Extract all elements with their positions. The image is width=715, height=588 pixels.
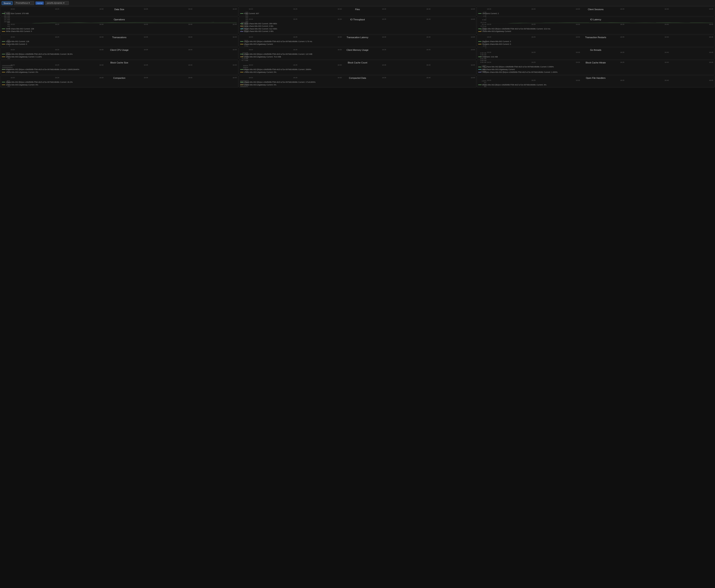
panel-io-throughput: IO Throughput488 KiB/s391 KiB/s293 KiB/s… — [239, 17, 477, 34]
legend-item: chaos-k8s-003 Current: 0 — [2, 43, 237, 46]
legend-item: chaos-k8s-003:s3gateway Current: 0% — [2, 71, 237, 74]
legend-color — [2, 31, 5, 32]
panel-files: Files70060050040030020018:2018:2518:3018… — [239, 7, 477, 16]
y-axis-io-latency: 22.5 ms20 ms17.5 ms15 ms12.5 ms — [478, 22, 487, 23]
chart-area-go-threads: 3.98 KiB3.96 KiB3.93 KiB3.91 KiB3.88 KiB… — [478, 52, 713, 55]
legend-go-threads: : Current: 3.91 KiB — [478, 56, 713, 58]
panel-client-memory: Client Memory Usage143 MiB119 MiB95.4 Mi… — [239, 47, 477, 60]
chart-area-block-cache-size: 1500000000%1000000000%500000000%0%18:201… — [2, 65, 237, 67]
legend-client-cpu: chaos-k8s-002:/jfs/pvc-c06d589b-f7b8-461… — [2, 53, 237, 58]
legend-text: chaos-k8s-003:s3gateway Current: 0% — [244, 84, 276, 86]
x-axis-client-cpu: 18:2018:2518:3018:3518:4018:45 — [10, 49, 237, 52]
legend-item: Write chaos-k8s-003 Current: 0 — [2, 30, 237, 33]
prometheus-dropdown[interactable]: Prometheus ▾ — [14, 1, 34, 5]
legend-io-latency: chaos-k8s-002:/jfs/pvc-c06d589b-f7b8-461… — [478, 27, 713, 33]
x-axis-transactions: 18:2018:2518:3018:3518:4018:45 — [10, 36, 237, 39]
legend-item: chaos-k8s-003:s3gateway Current: 0% — [240, 71, 475, 74]
legend-transaction-restarts: Restarts chaos-k8s-002 Current: 0Restart… — [478, 40, 713, 45]
panel-operations: Operations300200100018:2018:2518:3018:35… — [0, 17, 238, 34]
legend-compacted-data: chaos-k8s-002:/jfs/pvc-c06d589b-f7b8-461… — [240, 81, 475, 86]
legend-text: chaos-k8s-003:s3gateway Current: 0.116% — [6, 56, 42, 58]
chart-svg-io-latency — [487, 22, 713, 23]
legend-text: Read chaos-k8s-002 Current: 412 KiB/s — [244, 27, 277, 30]
chart-area-block-cache-count: 3000%2000%1000%0%18:2018:2518:3018:3518:… — [240, 65, 475, 67]
legend-item: chaos-k8s-003:s3gateway Current: 0% — [240, 84, 475, 86]
legend-item: Restarts chaos-k8s-002 Current: 0 — [478, 40, 713, 43]
name-label: name — [36, 1, 44, 5]
legend-text: chaos-k8s-003:s3gateway Current: 0% — [6, 71, 38, 74]
legend-text: chaos-k8s-002:/jfs/pvc-c06d589b-f7b8-461… — [244, 40, 312, 43]
x-axis-go-threads: 18:2018:2518:3018:3518:4018:45 — [487, 51, 713, 55]
legend-item: chaos-k8s-002:/jfs/pvc-c06d589b-f7b8-461… — [2, 53, 237, 56]
legend-item: chaos-k8s-002:/jfs/pvc-c06d589b-f7b8-461… — [240, 68, 475, 71]
x-axis-files: 18:2018:2518:3018:3518:4018:45 — [249, 8, 475, 12]
legend-item: : Current: 3.91 KiB — [478, 56, 713, 58]
legend-open-file-handlers: chaos-k8s-002:/jfs/pvc-c06d589b-f7b8-461… — [478, 84, 713, 86]
x-axis-io-latency: 18:2018:2518:3018:3518:4018:45 — [487, 23, 713, 27]
top-bar: Source Prometheus ▾ name juicefs-dynamic… — [0, 0, 715, 6]
y-axis-operations: 3002001000 — [2, 22, 10, 23]
x-axis-operations: 18:2018:2518:3018:3518:4018:45 — [10, 23, 237, 27]
legend-item: chaos-k8s-003:s3gateway Current: 76.6 Mi… — [240, 56, 475, 58]
legend-text: chaos-k8s-003:s3gateway Current: 76.6 Mi… — [244, 56, 281, 58]
legend-text: chaos-k8s-003:s3gateway Current: — [482, 30, 511, 33]
x-axis-block-cache-hitrate: 18:2018:2518:3018:3518:4018:45 — [487, 61, 713, 65]
legend-text: Write chaos-k8s-002 Current: 289 KiB/s — [244, 22, 277, 25]
legend-text: Write chaos-k8s-002 Current: 238 — [6, 27, 34, 30]
legend-item: chaos-k8s-002:/jfs/pvc-c06d589b-f7b8-461… — [240, 40, 475, 43]
dashboard: Data Size381 MiB334 MiB286 MiB238 MiB191… — [0, 6, 715, 88]
legend-io-throughput: Write chaos-k8s-002 Current: 289 KiB/sWr… — [240, 22, 475, 33]
panel-transactions: Transacations15010050018:2018:2518:3018:… — [0, 35, 238, 47]
legend-item: chaos-k8s-002:/jfs/pvc-c06d589b-f7b8-461… — [478, 84, 713, 86]
legend-text: chaos-k8s-002:/jfs/pvc-c06d589b-f7b8-461… — [482, 27, 550, 30]
panel-title-block-cache-size: Block Cache Size — [2, 61, 237, 64]
x-axis-block-cache-count: 18:2018:2518:3018:3518:4018:45 — [249, 64, 475, 67]
panel-data-size: Data Size381 MiB334 MiB286 MiB238 MiB191… — [0, 7, 238, 16]
legend-files: Files Current: 607 — [240, 12, 475, 15]
legend-transaction-latency: chaos-k8s-002:/jfs/pvc-c06d589b-f7b8-461… — [240, 40, 475, 45]
legend-item: Read chaos-k8s-002 Current: 412 KiB/s — [240, 27, 475, 30]
chart-area-operations: 300200100018:2018:2518:3018:3518:4018:45 — [2, 22, 237, 27]
legend-compaction: chaos-k8s-002:/jfs/pvc-c06d589b-f7b8-461… — [2, 81, 237, 86]
legend-item: chaos-k8s-003:s3gateway Current: — [478, 30, 713, 33]
legend-item: Hits chaos-k8s-002:/jfs/pvc-c06d589b-f7b… — [478, 65, 713, 68]
legend-item: Write chaos-k8s-002 Current: 238 — [2, 27, 237, 30]
legend-text: Restarts chaos-k8s-002 Current: 0 — [482, 40, 511, 43]
legend-color — [478, 31, 482, 32]
legend-block-cache-hitrate: Hits chaos-k8s-002:/jfs/pvc-c06d589b-f7b… — [478, 65, 713, 74]
legend-text: Write chaos-k8s-003 Current: 0 B/s — [244, 25, 273, 27]
chart-inner-operations — [10, 22, 237, 23]
legend-item: Hits chaos-k8s-003:s3gateway Current: — [478, 68, 713, 71]
panel-title-operations: Operations — [2, 18, 237, 21]
juicefs-dropdown[interactable]: juicefs-dynamic ▾ — [45, 1, 69, 5]
panel-block-cache-size: Block Cache Size1500000000%1000000000%50… — [0, 60, 238, 75]
x-axis-transaction-latency: 18:2018:2518:3018:3518:4018:45 — [249, 36, 475, 39]
legend-item: Sessions Current: 2 — [478, 12, 713, 15]
panel-block-cache-hitrate: Block Cache Hitrate1.00%1%1.000%0.999%18… — [477, 60, 715, 75]
legend-operations: Write chaos-k8s-002 Current: 238Write ch… — [2, 27, 237, 33]
legend-text: Restarts chaos-k8s-003 Current: 0 — [482, 43, 511, 46]
source-button[interactable]: Source — [2, 1, 13, 5]
legend-text: chaos-k8s-002:/jfs/pvc-c06d589b-f7b8-461… — [244, 81, 316, 84]
legend-text: chaos-k8s-002:/jfs/pvc-c06d589b-f7b8-461… — [6, 81, 72, 84]
chart-area-open-file-handlers: 4.50%4%3.50%3%2.50%18:2018:2518:3018:351… — [478, 80, 713, 83]
x-axis-client-sessions: 18:2018:2518:3018:3518:4018:45 — [487, 8, 713, 12]
panel-title-open-file-handlers: Open File Handlers — [478, 77, 713, 79]
legend-item: chaos-k8s-003:s3gateway Current: 0.116% — [2, 56, 237, 58]
chart-area-io-latency: 22.5 ms20 ms17.5 ms15 ms12.5 ms18:2018:2… — [478, 22, 713, 27]
legend-block-cache-count: chaos-k8s-002:/jfs/pvc-c06d589b-f7b8-461… — [240, 68, 475, 74]
legend-text: chaos-k8s-002:/jfs/pvc-c06d589b-f7b8-461… — [482, 84, 546, 86]
x-axis-open-file-handlers: 18:2018:2518:3018:3518:4018:45 — [487, 79, 713, 83]
legend-item: chaos-k8s-003:s3gateway Current: 0% — [2, 84, 237, 86]
panel-open-file-handlers: Open File Handlers4.50%4%3.50%3%2.50%18:… — [477, 75, 715, 87]
legend-client-memory: chaos-k8s-002:/jfs/pvc-c06d589b-f7b8-461… — [240, 53, 475, 58]
legend-item: Files Current: 607 — [240, 12, 475, 15]
legend-item: chaos-k8s-002:/jfs/pvc-c06d589b-f7b8-461… — [240, 81, 475, 84]
panel-transaction-restarts: Transaction Restarts10.5000-0.50-118:201… — [477, 35, 715, 47]
chart-inner-io-latency — [487, 22, 713, 23]
legend-transactions: chaos-k8s-002 Current: 128chaos-k8s-003 … — [2, 40, 237, 45]
x-axis-compaction: 18:2018:2518:3018:3518:4018:45 — [10, 77, 237, 80]
x-axis-compacted-data: 18:2018:2518:3018:3518:4018:45 — [249, 77, 475, 80]
legend-item: chaos-k8s-002:/jfs/pvc-c06d589b-f7b8-461… — [240, 53, 475, 56]
legend-text: HitBytes chaos-k8s-002:/jfs/pvc-c06d589b… — [482, 71, 558, 74]
